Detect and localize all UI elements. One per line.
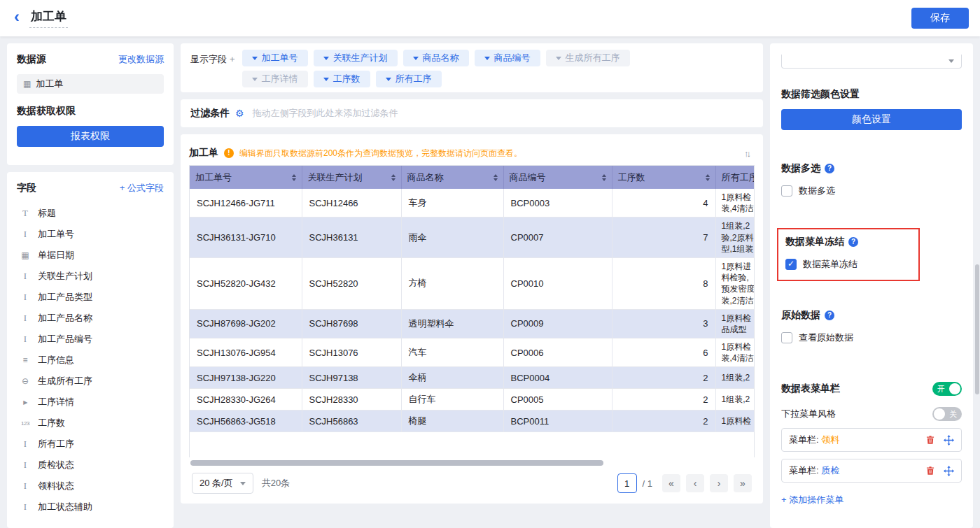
- delete-icon[interactable]: [925, 435, 935, 445]
- column-header[interactable]: 商品名称: [401, 166, 503, 189]
- sort-order-icon[interactable]: ↑↓: [741, 147, 755, 160]
- save-button[interactable]: 保存: [911, 8, 969, 29]
- checkbox-unchecked-icon[interactable]: [781, 332, 792, 343]
- field-item[interactable]: I加工产品编号: [17, 329, 164, 350]
- field-item[interactable]: I质检状态: [17, 455, 164, 476]
- menu-bar-row: 菜单栏: 领料: [781, 428, 962, 452]
- field-item[interactable]: I加工单号: [17, 224, 164, 245]
- table-cell: 伞柄: [401, 367, 503, 389]
- move-icon[interactable]: [944, 466, 954, 476]
- table-menubar-toggle[interactable]: 开: [932, 382, 962, 396]
- table-cell: SCJH12466: [302, 189, 401, 217]
- dropdown-style-toggle[interactable]: 关: [932, 407, 962, 421]
- table-cell: 方椅: [401, 257, 503, 309]
- sort-arrows-icon[interactable]: [602, 174, 606, 181]
- sort-arrows-icon[interactable]: [706, 174, 710, 181]
- text-icon: I: [19, 459, 31, 471]
- filter-dropzone[interactable]: 拖动左侧字段到此处来添加过滤条件: [253, 107, 753, 120]
- add-formula-field-link[interactable]: + 公式字段: [120, 182, 164, 194]
- change-datasource-link[interactable]: 更改数据源: [118, 53, 164, 66]
- field-item-label: 领料状态: [38, 480, 74, 492]
- column-header[interactable]: 加工单号: [190, 166, 302, 189]
- help-icon[interactable]: ?: [825, 311, 834, 320]
- sort-arrows-icon[interactable]: [391, 174, 396, 181]
- prev-page-button[interactable]: ‹: [686, 474, 704, 492]
- table-row[interactable]: SCJH56863-JG518SCJH56863椅腿BCP001121原料检: [190, 411, 755, 432]
- table-cell: SCJH36131-JG710: [190, 217, 302, 258]
- field-item[interactable]: I关联生产计划: [17, 266, 164, 287]
- help-icon[interactable]: ?: [848, 237, 858, 247]
- display-field-chip[interactable]: 工序数: [314, 71, 370, 87]
- checkbox-unchecked-icon[interactable]: [781, 185, 792, 197]
- field-item-label: 加工单号: [38, 228, 74, 241]
- truncated-dropdown[interactable]: [781, 55, 962, 69]
- display-field-chip[interactable]: 加工单号: [242, 50, 308, 66]
- field-item[interactable]: I加工产品名称: [17, 308, 164, 329]
- move-icon[interactable]: [944, 435, 954, 445]
- table-row[interactable]: SCJH97138-JG220SCJH97138伞柄BCP000421组装,2: [190, 367, 755, 389]
- page-title[interactable]: 加工单: [29, 8, 68, 28]
- display-field-chip[interactable]: 所有工序: [376, 71, 442, 87]
- display-field-chip[interactable]: 生成所有工序: [546, 50, 630, 66]
- display-field-chip[interactable]: 商品名称: [403, 50, 469, 66]
- table-row[interactable]: SCJH87698-JG202SCJH87698透明塑料伞CP000931原料检…: [190, 309, 755, 338]
- column-header[interactable]: 所有工序: [715, 166, 755, 189]
- freeze-option[interactable]: 数据菜单冻结: [785, 258, 911, 271]
- table-row[interactable]: SCJH13076-JG954SCJH13076汽车CP000661原料检 装,…: [190, 338, 755, 367]
- table-body: SCJH12466-JG711SCJH12466车身BCP000341原料检 装…: [190, 189, 755, 432]
- column-header[interactable]: 关联生产计划: [302, 166, 401, 189]
- back-icon[interactable]: ‹: [14, 8, 20, 25]
- column-header[interactable]: 工序数: [612, 166, 715, 189]
- field-item[interactable]: I加工状态辅助: [17, 497, 164, 518]
- dropdown-style-label: 下拉菜单风格: [781, 408, 836, 420]
- page-size-select[interactable]: 20 条/页: [192, 473, 253, 494]
- field-item[interactable]: ▦单据日期: [17, 245, 164, 266]
- add-display-field-icon[interactable]: +: [230, 54, 235, 64]
- delete-icon[interactable]: [925, 466, 935, 476]
- last-page-button[interactable]: »: [734, 474, 752, 492]
- window-scrollbar[interactable]: [974, 0, 979, 528]
- add-menu-link[interactable]: + 添加操作菜单: [781, 494, 844, 506]
- field-item-label: 加工产品类型: [38, 291, 92, 304]
- field-item[interactable]: ▶工序详情: [17, 392, 164, 413]
- table-row[interactable]: SCJH12466-JG711SCJH12466车身BCP000341原料检 装…: [190, 189, 755, 217]
- first-page-button[interactable]: «: [662, 474, 680, 492]
- field-item[interactable]: I领料状态: [17, 476, 164, 497]
- report-permission-button[interactable]: 报表权限: [17, 126, 164, 147]
- horizontal-scrollbar-thumb[interactable]: [190, 460, 603, 466]
- checkbox-checked-icon[interactable]: [785, 259, 797, 270]
- raw-data-option[interactable]: 查看原始数据: [781, 331, 962, 344]
- field-item[interactable]: ≡工序信息: [17, 350, 164, 371]
- field-item[interactable]: T标题: [17, 203, 164, 224]
- table-cell: CP0009: [503, 309, 612, 338]
- table-row[interactable]: SCJH52820-JG432SCJH52820方椅CP001081原料进 料检…: [190, 257, 755, 309]
- field-item[interactable]: 123工序数: [17, 413, 164, 434]
- table-row[interactable]: SCJH36131-JG710SCJH36131雨伞CP000771组装,2 验…: [190, 217, 755, 258]
- display-field-chip[interactable]: 关联生产计划: [314, 50, 398, 66]
- chip-label: 商品名称: [423, 52, 459, 64]
- help-icon[interactable]: ?: [825, 164, 834, 173]
- color-setting-button[interactable]: 颜色设置: [781, 109, 962, 130]
- table-cell: SCJH87698-JG202: [190, 309, 302, 338]
- sort-arrows-icon[interactable]: [493, 174, 498, 181]
- field-item-label: 所有工序: [38, 438, 74, 450]
- chip-label: 生成所有工序: [566, 52, 620, 64]
- display-field-chip[interactable]: 商品编号: [475, 50, 540, 66]
- field-item[interactable]: ⊖生成所有工序: [17, 371, 164, 392]
- permission-title: 数据获取权限: [17, 105, 164, 117]
- field-item-label: 工序数: [38, 417, 65, 429]
- field-item[interactable]: I所有工序: [17, 434, 164, 455]
- current-page-input[interactable]: 1: [617, 473, 637, 493]
- datasource-item[interactable]: ▦ 加工单: [17, 74, 164, 94]
- field-list: T标题I加工单号▦单据日期I关联生产计划I加工产品类型I加工产品名称I加工产品编…: [17, 203, 164, 518]
- multi-select-option[interactable]: 数据多选: [781, 185, 962, 197]
- table-row[interactable]: SCJH28330-JG264SCJH28330自行车CP000521组装,2: [190, 389, 755, 411]
- horizontal-scrollbar[interactable]: [189, 459, 755, 467]
- next-page-button[interactable]: ›: [710, 474, 728, 492]
- field-item[interactable]: I加工产品类型: [17, 287, 164, 308]
- column-header[interactable]: 商品编号: [503, 166, 612, 189]
- gear-icon[interactable]: ⚙: [235, 108, 244, 119]
- display-field-chip[interactable]: 工序详情: [242, 71, 308, 87]
- sort-arrows-icon[interactable]: [292, 174, 296, 181]
- window-scrollbar-thumb[interactable]: [975, 264, 979, 394]
